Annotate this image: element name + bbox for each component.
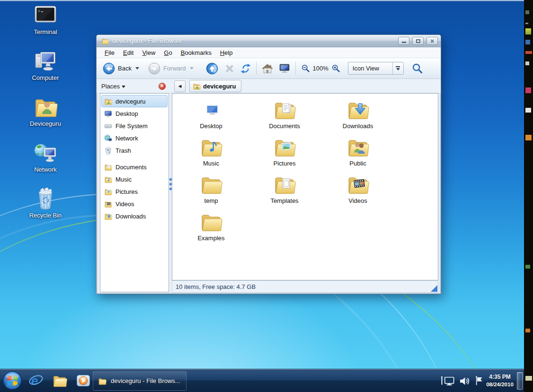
taskbar-item-icon: [2, 371, 22, 391]
file-item-public[interactable]: Public: [322, 136, 393, 173]
maximize-button[interactable]: [412, 37, 424, 45]
sidebar-item-desktop[interactable]: Desktop: [101, 107, 168, 120]
menu-item-go[interactable]: Go: [160, 48, 176, 57]
file-item-icon: [346, 136, 369, 158]
file-item-temp[interactable]: temp: [176, 173, 247, 210]
sidebar-item-downloads[interactable]: Downloads: [101, 210, 168, 222]
file-item-label: temp: [204, 197, 218, 204]
tab-scroll-left-button[interactable]: ◀: [174, 80, 186, 92]
sidebar-item-icon: [104, 110, 112, 118]
close-button[interactable]: ×: [426, 37, 438, 45]
taskbar-app-label: deviceguru - File Brows...: [111, 377, 180, 384]
file-item-icon: [273, 98, 296, 121]
refresh-button[interactable]: [240, 63, 251, 74]
host-fragment: [525, 28, 531, 35]
resize-grip[interactable]: [431, 285, 437, 292]
taskbar-item-icon: [28, 373, 44, 388]
sidebar-item-label: Network: [115, 135, 138, 142]
sidebar-item-documents[interactable]: Documents: [101, 161, 168, 173]
minimize-button[interactable]: [398, 37, 409, 45]
taskbar-item-media-player[interactable]: [73, 370, 94, 391]
places-selector[interactable]: Places: [101, 83, 125, 90]
back-button[interactable]: Back: [103, 62, 139, 75]
view-mode-value: Icon View: [348, 65, 392, 72]
volume-tray-icon[interactable]: [459, 376, 471, 386]
sidebar-item-label: File System: [115, 122, 148, 130]
path-tab[interactable]: deviceguru: [189, 80, 241, 92]
stop-button[interactable]: [224, 63, 235, 74]
view-mode-select[interactable]: Icon View: [348, 62, 404, 75]
file-item-videos[interactable]: Videos: [322, 173, 393, 210]
menu-item-view[interactable]: View: [138, 48, 160, 57]
sidebar-item-deviceguru[interactable]: deviceguru: [101, 95, 168, 107]
sidebar-item-pictures[interactable]: Pictures: [101, 185, 168, 198]
menu-item-help[interactable]: Help: [216, 48, 237, 57]
sidebar-item-network[interactable]: Network: [101, 132, 168, 144]
show-desktop-button[interactable]: [517, 372, 523, 390]
menu-item-bookmarks[interactable]: Bookmarks: [177, 48, 216, 57]
taskbar-item-windows-explorer[interactable]: [49, 370, 70, 391]
desktop-icon-recycle-bin[interactable]: Recycle Bin: [18, 186, 73, 232]
zoom-level: 100%: [313, 65, 329, 72]
toolbar: Back Forward 100% Icon View: [97, 58, 441, 79]
desktop-icon-image: [33, 186, 58, 211]
forward-icon: [148, 62, 160, 75]
desktop-icon-deviceguru[interactable]: Deviceguru: [18, 95, 73, 140]
toolbar-separator: [256, 62, 257, 75]
file-item-icon: [200, 136, 222, 158]
file-item-music[interactable]: Music: [176, 136, 247, 173]
sidebar-item-label: Downloads: [115, 213, 146, 220]
file-item-desktop[interactable]: Desktop: [176, 98, 247, 136]
menu-item-label: Bookmarks: [181, 49, 212, 56]
up-button[interactable]: [206, 62, 218, 75]
status-text: 10 items, Free space: 4.7 GB: [176, 283, 256, 290]
file-item-templates[interactable]: Templates: [249, 173, 320, 210]
desktop-button[interactable]: [279, 63, 290, 74]
sidebar-item-icon: [104, 122, 112, 130]
desktop-icon-computer[interactable]: Computer: [18, 49, 73, 95]
network-tray-icon[interactable]: [440, 375, 455, 387]
forward-history-dropdown-icon[interactable]: [190, 67, 194, 70]
menu-item-edit[interactable]: Edit: [119, 48, 138, 57]
view-mode-dropdown-icon[interactable]: [392, 62, 403, 74]
taskbar-item-start[interactable]: [2, 370, 23, 391]
file-item-examples[interactable]: Examples: [176, 210, 247, 248]
forward-button[interactable]: Forward: [148, 62, 194, 75]
sidebar-item-trash[interactable]: Trash: [101, 144, 168, 157]
file-browser-window: deviceguru - File Browser × File Edit Vi…: [96, 35, 441, 294]
taskbar-app-button[interactable]: deviceguru - File Brows...: [93, 371, 187, 391]
zoom-in-button[interactable]: [331, 64, 340, 73]
close-sidepane-button[interactable]: ×: [159, 83, 166, 90]
desktop-icon-label: Network: [34, 166, 57, 173]
taskbar: deviceguru - File Brows... 4:35 PM 08/24…: [0, 369, 524, 392]
sidebar-item-videos[interactable]: Videos: [101, 198, 168, 210]
places-dropdown-icon: [122, 86, 125, 88]
file-item-label: Examples: [197, 235, 224, 242]
menu-item-label: File: [105, 49, 115, 56]
host-fragment: [525, 135, 532, 140]
desktop-icon-terminal[interactable]: Terminal: [18, 3, 73, 49]
zoom-out-button[interactable]: [301, 64, 310, 73]
sidebar-item-icon: [104, 97, 112, 105]
sidebar-item-music[interactable]: Music: [101, 173, 168, 185]
desktop-icon-image: [33, 3, 58, 27]
taskbar-item-internet-explorer[interactable]: [26, 370, 46, 391]
action-center-flag-icon[interactable]: [474, 375, 483, 386]
file-item-documents[interactable]: Documents: [249, 98, 320, 136]
file-item-label: Pictures: [274, 160, 296, 167]
file-item-pictures[interactable]: Pictures: [249, 136, 320, 173]
file-view[interactable]: Desktop Documents Downloads Musi: [172, 93, 438, 280]
search-button[interactable]: [412, 63, 423, 74]
sidebar-item-file-system[interactable]: File System: [101, 120, 168, 132]
host-fragment: [525, 265, 530, 269]
taskbar-app-folder-icon: [98, 377, 107, 385]
home-button[interactable]: [262, 63, 273, 74]
taskbar-clock[interactable]: 4:35 PM 08/24/2010: [484, 373, 515, 388]
menu-item-file[interactable]: File: [100, 48, 119, 57]
desktop-icon-network[interactable]: Network: [18, 140, 73, 186]
host-fragment: [525, 23, 528, 24]
location-band: Places × ◀ deviceguru: [97, 79, 441, 93]
titlebar[interactable]: deviceguru - File Browser ×: [97, 35, 441, 47]
back-history-dropdown-icon[interactable]: [135, 67, 139, 70]
file-item-downloads[interactable]: Downloads: [322, 98, 393, 136]
